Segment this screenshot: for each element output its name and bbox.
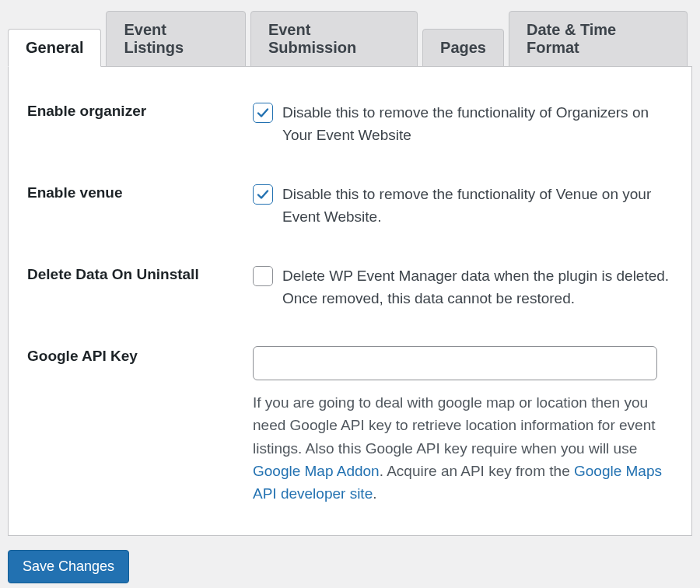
- save-changes-button[interactable]: Save Changes: [8, 550, 129, 583]
- checkbox-delete-on-uninstall[interactable]: [253, 266, 273, 286]
- row-enable-venue: Enable venue Disable this to remove the …: [27, 169, 673, 250]
- text-enable-organizer: Disable this to remove the functionality…: [282, 101, 673, 147]
- label-google-api-key: Google API Key: [27, 346, 253, 365]
- checkbox-enable-organizer[interactable]: [253, 103, 273, 123]
- settings-panel-general: Enable organizer Disable this to remove …: [8, 66, 692, 536]
- settings-tabs: General Event Listings Event Submission …: [8, 11, 692, 67]
- desc-google-api-key: If you are going to deal with google map…: [253, 391, 673, 506]
- check-icon: [257, 107, 269, 119]
- input-google-api-key[interactable]: [253, 346, 657, 380]
- text-enable-venue: Disable this to remove the functionality…: [282, 183, 673, 229]
- row-delete-on-uninstall: Delete Data On Uninstall Delete WP Event…: [27, 250, 673, 332]
- tab-pages[interactable]: Pages: [422, 29, 504, 67]
- label-enable-venue: Enable venue: [27, 183, 253, 201]
- check-icon: [257, 188, 269, 201]
- tab-event-submission[interactable]: Event Submission: [250, 11, 418, 67]
- checkbox-enable-venue[interactable]: [253, 184, 273, 205]
- tab-date-time-format[interactable]: Date & Time Format: [509, 11, 688, 67]
- text-delete-on-uninstall: Delete WP Event Manager data when the pl…: [282, 264, 673, 310]
- desc-part-2: . Acquire an API key from the: [380, 463, 574, 479]
- label-delete-on-uninstall: Delete Data On Uninstall: [27, 264, 253, 283]
- desc-part-1: If you are going to deal with google map…: [253, 394, 656, 457]
- tab-general[interactable]: General: [8, 29, 101, 67]
- row-enable-organizer: Enable organizer Disable this to remove …: [27, 87, 673, 169]
- desc-part-3: .: [373, 485, 376, 502]
- label-enable-organizer: Enable organizer: [27, 101, 253, 120]
- tab-event-listings[interactable]: Event Listings: [106, 11, 245, 67]
- row-google-api-key: Google API Key If you are going to deal …: [27, 332, 673, 512]
- save-row: Save Changes: [8, 550, 692, 583]
- link-google-map-addon[interactable]: Google Map Addon: [253, 463, 380, 479]
